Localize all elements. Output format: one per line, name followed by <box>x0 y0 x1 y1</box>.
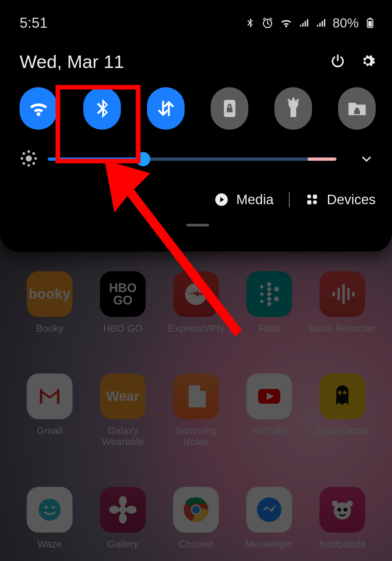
play-circle-icon <box>214 192 229 207</box>
svg-point-21 <box>52 505 55 509</box>
bluetooth-status-icon <box>244 17 255 28</box>
foodpanda-icon <box>319 487 365 533</box>
svg-point-20 <box>44 505 48 509</box>
svg-rect-15 <box>352 292 355 297</box>
app-waze[interactable]: Waze <box>13 487 86 550</box>
quick-settings-panel: 5:51 80% Wed, Mar 11 <box>0 0 392 252</box>
booky-icon: booky <box>27 271 73 317</box>
fitbit-icon <box>246 271 292 317</box>
app-chrome[interactable]: Chrome <box>159 487 233 550</box>
app-label: Chrome <box>179 538 214 550</box>
app-label: CyberGhost <box>316 425 368 437</box>
brightness-icon <box>20 149 38 169</box>
media-label: Media <box>236 192 273 207</box>
battery-percent: 80% <box>333 16 359 30</box>
app-label: Gmail <box>37 425 62 437</box>
app-samsung-notes[interactable]: Samsung Notes <box>159 373 233 448</box>
power-button[interactable] <box>330 53 346 70</box>
wearable-icon: Wear <box>100 373 146 419</box>
svg-point-29 <box>192 506 200 514</box>
date-row: Wed, Mar 11 <box>20 51 376 72</box>
svg-point-34 <box>337 508 341 512</box>
svg-point-22 <box>119 506 127 513</box>
divider <box>289 192 290 207</box>
svg-point-19 <box>39 499 61 521</box>
app-booky[interactable]: booky Booky <box>13 271 86 334</box>
app-label: Booky <box>36 323 63 334</box>
svg-point-33 <box>347 500 353 506</box>
svg-point-44 <box>21 158 23 159</box>
grid-icon <box>305 192 320 207</box>
settings-button[interactable] <box>360 53 376 70</box>
svg-point-41 <box>26 156 32 162</box>
devices-button[interactable]: Devices <box>305 192 376 207</box>
brightness-thumb[interactable] <box>136 152 150 166</box>
expressvpn-icon <box>173 271 219 317</box>
flashlight-toggle[interactable] <box>274 87 312 130</box>
app-label: Gallery <box>107 538 138 550</box>
svg-point-26 <box>126 506 137 514</box>
svg-point-24 <box>119 513 127 523</box>
svg-point-54 <box>313 200 317 204</box>
app-label: HBO GO <box>103 323 142 334</box>
app-galaxy-wearable[interactable]: Wear Galaxy Wearable <box>86 373 159 448</box>
voice-recorder-icon <box>319 271 365 317</box>
brightness-row <box>20 149 376 169</box>
svg-point-10 <box>267 297 271 301</box>
app-gmail[interactable]: Gmail <box>13 373 86 448</box>
app-label: Fitbit <box>258 323 280 334</box>
app-fitbit[interactable]: Fitbit <box>233 271 306 334</box>
svg-point-6 <box>267 302 271 306</box>
app-messenger[interactable]: Messenger <box>233 487 306 550</box>
secure-folder-toggle[interactable] <box>338 87 376 130</box>
app-cyberghost[interactable]: CyberGhost <box>306 373 379 448</box>
app-label: Voice Recorder <box>309 323 376 334</box>
svg-point-51 <box>307 194 311 198</box>
svg-point-3 <box>260 300 264 303</box>
svg-rect-13 <box>342 284 345 304</box>
svg-point-2 <box>260 292 264 296</box>
wifi-toggle[interactable] <box>20 87 57 130</box>
controls-row: Media Devices <box>20 192 376 207</box>
svg-point-32 <box>332 500 338 506</box>
app-youtube[interactable]: YouTube <box>233 373 306 448</box>
panel-handle[interactable] <box>186 224 209 226</box>
svg-rect-52 <box>313 195 317 199</box>
rotation-lock-toggle[interactable] <box>211 87 248 130</box>
gmail-icon <box>27 373 73 419</box>
app-expressvpn[interactable]: ExpressVPN <box>159 271 233 334</box>
svg-rect-53 <box>307 200 311 204</box>
app-label: Samsung Notes <box>162 425 230 448</box>
brightness-slider[interactable] <box>48 157 336 161</box>
app-label: Waze <box>37 538 62 550</box>
svg-point-1 <box>260 285 264 289</box>
flashlight-icon <box>282 97 305 120</box>
media-button[interactable]: Media <box>214 192 273 207</box>
app-label: ExpressVPN <box>168 323 224 334</box>
svg-point-35 <box>343 508 347 512</box>
status-time: 5:51 <box>20 15 48 31</box>
brightness-expand[interactable] <box>357 150 376 168</box>
status-bar: 5:51 80% <box>20 10 376 36</box>
app-hbo-go[interactable]: HBOGO HBO GO <box>86 271 159 334</box>
chevron-down-icon <box>359 152 374 166</box>
youtube-icon <box>246 373 292 419</box>
bluetooth-toggle[interactable] <box>83 87 121 130</box>
signal2-status-icon <box>316 17 327 28</box>
app-gallery[interactable]: Gallery <box>86 487 159 550</box>
date-text[interactable]: Wed, Mar 11 <box>20 51 124 72</box>
app-label: Messenger <box>245 538 293 550</box>
svg-point-43 <box>28 165 30 166</box>
app-label: YouTube <box>250 425 288 437</box>
svg-point-4 <box>267 282 271 287</box>
messenger-icon <box>246 487 292 533</box>
app-voice-recorder[interactable]: Voice Recorder <box>306 271 379 334</box>
app-foodpanda[interactable]: foodpanda <box>306 487 379 550</box>
app-label: foodpanda <box>319 538 366 550</box>
devices-label: Devices <box>327 192 376 207</box>
mobile-data-toggle[interactable] <box>147 87 185 130</box>
wifi-icon <box>27 97 50 120</box>
samsung-notes-icon <box>173 373 219 419</box>
svg-point-5 <box>267 292 271 296</box>
app-grid: booky Booky HBOGO HBO GO ExpressVPN Fitb… <box>0 261 392 550</box>
